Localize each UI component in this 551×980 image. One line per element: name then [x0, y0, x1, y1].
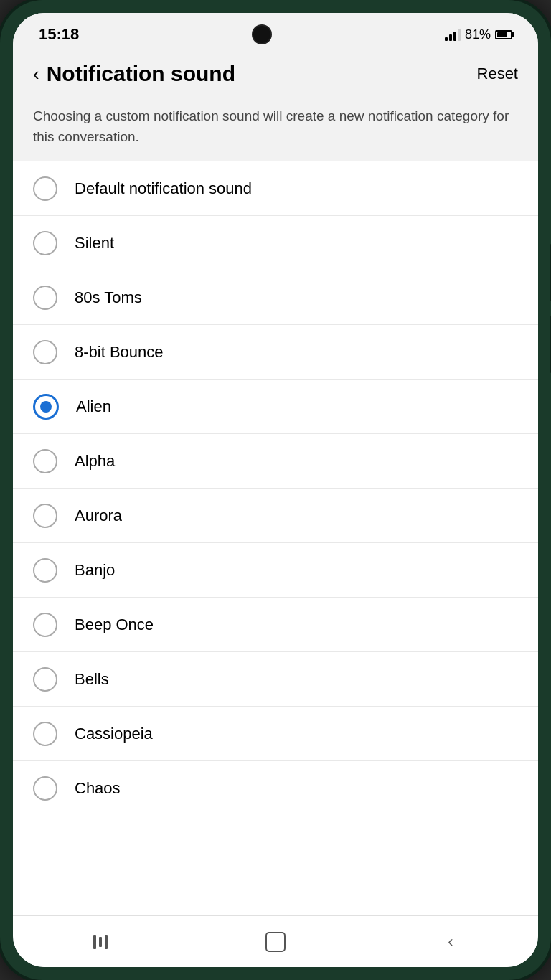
sound-name-label: 80s Toms — [75, 288, 142, 307]
battery-icon — [495, 30, 512, 39]
radio-button[interactable] — [33, 231, 57, 255]
recents-icon — [93, 935, 108, 949]
radio-button[interactable] — [33, 504, 57, 528]
radio-button[interactable] — [33, 613, 57, 637]
radio-button[interactable] — [33, 340, 57, 364]
nav-back-button[interactable]: ‹ — [429, 928, 472, 956]
status-time: 15:18 — [39, 25, 79, 44]
radio-button[interactable] — [33, 776, 57, 801]
sound-name-label: Silent — [75, 234, 114, 253]
list-item[interactable]: Alpha — [13, 434, 538, 489]
battery-percent: 81% — [465, 27, 491, 42]
description-text: Choosing a custom notification sound wil… — [33, 106, 518, 147]
list-item[interactable]: 8-bit Bounce — [13, 325, 538, 380]
status-icons: 81% — [445, 27, 512, 42]
header-left: ‹ Notification sound — [33, 62, 235, 86]
sound-name-label: 8-bit Bounce — [75, 343, 164, 362]
nav-home-button[interactable] — [254, 928, 297, 956]
description-section: Choosing a custom notification sound wil… — [13, 98, 538, 161]
bottom-nav: ‹ — [13, 915, 538, 967]
phone-screen: 15:18 81% ‹ Notification sound — [13, 13, 538, 967]
back-nav-icon: ‹ — [448, 934, 453, 950]
sound-name-label: Bells — [75, 670, 109, 689]
sound-list: Default notification soundSilent80s Toms… — [13, 161, 538, 915]
sound-name-label: Aurora — [75, 507, 122, 525]
header: ‹ Notification sound Reset — [13, 56, 538, 98]
camera-dot — [252, 24, 272, 44]
radio-button[interactable] — [33, 667, 57, 692]
list-item[interactable]: 80s Toms — [13, 270, 538, 325]
reset-button[interactable]: Reset — [477, 65, 518, 83]
sound-name-label: Cassiopeia — [75, 725, 153, 743]
radio-inner-dot — [40, 401, 52, 413]
list-item[interactable]: Chaos — [13, 761, 538, 816]
home-icon — [265, 932, 286, 952]
sound-name-label: Default notification sound — [75, 179, 252, 198]
radio-button[interactable] — [33, 286, 57, 310]
radio-button[interactable] — [33, 449, 57, 473]
radio-button[interactable] — [33, 558, 57, 583]
list-item[interactable]: Cassiopeia — [13, 707, 538, 761]
radio-button[interactable] — [33, 722, 57, 746]
radio-button[interactable] — [33, 176, 57, 201]
page-title: Notification sound — [47, 62, 235, 86]
list-item[interactable]: Silent — [13, 216, 538, 270]
list-item[interactable]: Banjo — [13, 543, 538, 598]
list-item[interactable]: Default notification sound — [13, 161, 538, 216]
back-button[interactable]: ‹ — [33, 65, 39, 83]
sound-name-label: Alien — [76, 397, 111, 416]
sound-name-label: Chaos — [75, 779, 121, 798]
list-item[interactable]: Beep Once — [13, 598, 538, 652]
list-item[interactable]: Bells — [13, 652, 538, 707]
list-item[interactable]: Alien — [13, 380, 538, 434]
sound-name-label: Beep Once — [75, 616, 154, 634]
phone-frame: 15:18 81% ‹ Notification sound — [0, 0, 551, 980]
radio-button[interactable] — [33, 394, 59, 420]
sound-name-label: Banjo — [75, 561, 115, 580]
status-bar: 15:18 81% — [13, 13, 538, 56]
nav-recents-button[interactable] — [79, 928, 122, 956]
signal-icon — [445, 28, 461, 41]
list-item[interactable]: Aurora — [13, 489, 538, 543]
sound-name-label: Alpha — [75, 452, 115, 471]
